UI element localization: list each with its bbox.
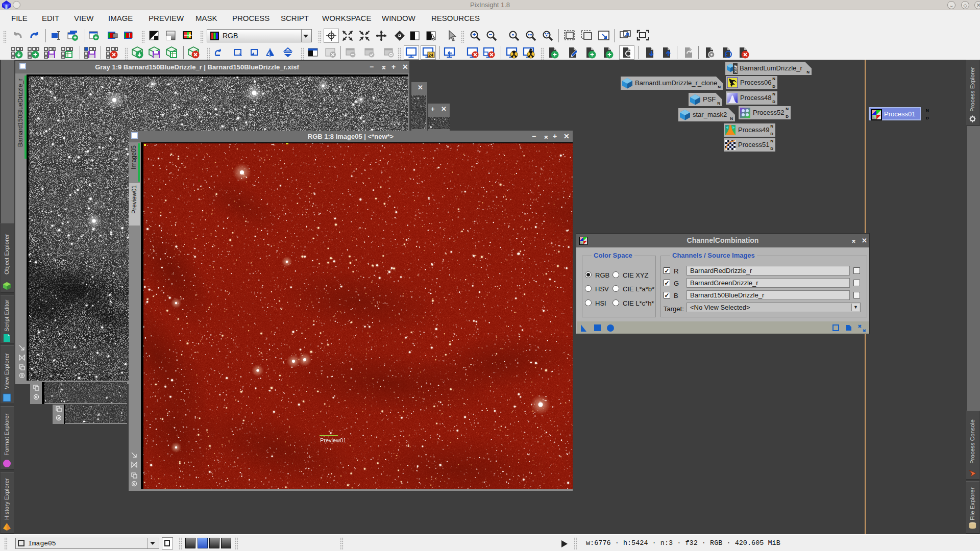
svg-text:24: 24 <box>428 53 433 58</box>
svg-text:XISF: XISF <box>734 65 738 73</box>
